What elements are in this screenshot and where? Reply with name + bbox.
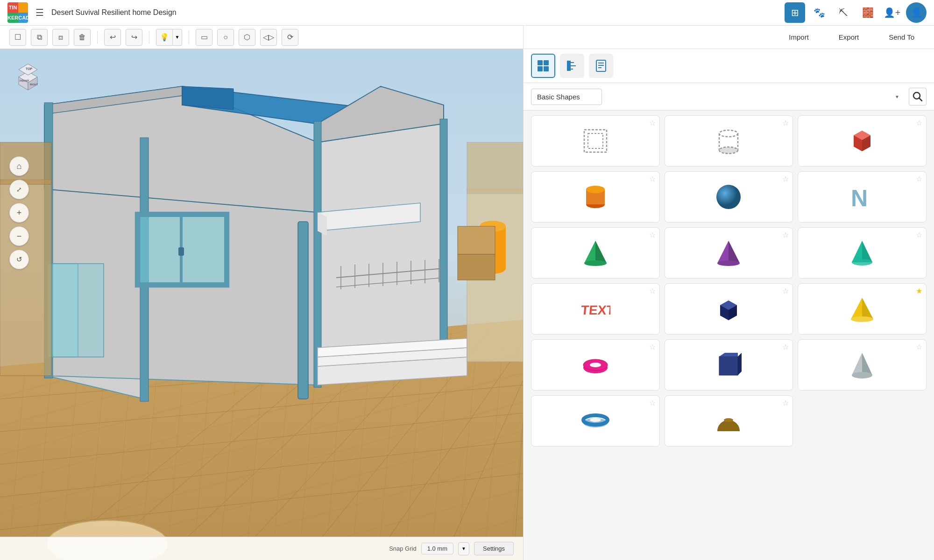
settings-button[interactable]: Settings (474, 542, 514, 555)
notes-tab[interactable] (589, 54, 613, 78)
star-brown-shape[interactable]: ☆ (782, 399, 789, 407)
svg-point-104 (584, 260, 607, 266)
star-n-shape[interactable]: ☆ (916, 175, 922, 183)
project-title: Desert Suvival Resilient home Design (51, 8, 779, 17)
shape-item-n-shape[interactable]: ☆ N (798, 171, 927, 223)
right-panel: ❯ Basic Shapes Featured Letters & Number… (523, 49, 934, 560)
align-button[interactable]: ⬡ (239, 29, 255, 46)
star-purple-pyramid[interactable]: ☆ (782, 231, 789, 239)
svg-rect-72 (538, 60, 543, 65)
rotate-view-button[interactable]: ↺ (9, 250, 29, 269)
star-navy-cube[interactable]: ☆ (782, 287, 789, 295)
svg-text:N: N (851, 185, 868, 211)
shape-item-orange-cylinder[interactable]: ☆ (531, 171, 660, 223)
user-add-button[interactable]: 👤+ (882, 2, 902, 23)
measure-tab[interactable] (560, 54, 584, 78)
avatar-button[interactable]: 👤 (906, 2, 927, 23)
redo-button[interactable]: ↪ (126, 29, 142, 46)
home-view-button[interactable]: ⌂ (9, 156, 29, 176)
svg-point-118 (851, 316, 873, 322)
star-pink-torus[interactable]: ☆ (649, 343, 656, 351)
shape-item-navy-cube[interactable]: ☆ (665, 283, 793, 335)
toolbar-separator-3 (189, 31, 189, 44)
right-tabs (524, 49, 934, 83)
hamburger-icon[interactable]: ☰ (34, 5, 46, 20)
snap-grid-arrow[interactable]: ▼ (458, 542, 469, 555)
shape-item-yellow-pyramid[interactable]: ★ (798, 283, 927, 335)
star-yellow-pyramid[interactable]: ★ (916, 287, 922, 295)
svg-point-92 (719, 147, 738, 154)
mirror-button[interactable]: ◁▷ (260, 29, 277, 46)
svg-rect-32 (178, 247, 184, 256)
shape-item-navy-cube2[interactable]: ☆ (665, 339, 793, 391)
logo-ker: KER (7, 13, 18, 23)
delete-button[interactable]: 🗑 (74, 29, 91, 46)
svg-rect-29 (224, 212, 229, 287)
zoom-in-button[interactable]: + (9, 203, 29, 223)
send-to-button[interactable]: Send To (878, 29, 925, 45)
shape-item-red-cube[interactable]: ☆ (798, 115, 927, 167)
shapes-header: Basic Shapes Featured Letters & Numbers … (524, 83, 934, 111)
svg-rect-88 (588, 133, 603, 148)
shape-item-cylinder-hatch[interactable]: ☆ (665, 115, 793, 167)
star-red-cube[interactable]: ☆ (916, 119, 922, 127)
star-navy-cube2[interactable]: ☆ (782, 343, 789, 351)
svg-rect-64 (298, 222, 308, 399)
star-teal-cone[interactable]: ☆ (916, 231, 922, 239)
logo: TIN KER CAD (7, 2, 28, 23)
shape-item-purple-pyramid[interactable]: ☆ (665, 227, 793, 279)
shape-item-brown-shape[interactable]: ☆ (665, 395, 793, 447)
shapes-search-button[interactable] (909, 88, 927, 105)
shape-item-blue-torus[interactable]: ☆ (531, 395, 660, 447)
svg-text:TOP: TOP (26, 67, 33, 70)
star-blue-torus[interactable]: ☆ (649, 399, 656, 407)
build-button[interactable]: ⛏ (833, 2, 854, 23)
shape-item-teal-cone[interactable]: ☆ (798, 227, 927, 279)
duplicate-button[interactable]: ⧈ (52, 29, 69, 46)
panel-collapse-button[interactable]: ❯ (523, 295, 524, 314)
new-file-button[interactable]: ☐ (9, 29, 26, 46)
shape-item-box-hatch[interactable]: ☆ (531, 115, 660, 167)
svg-text:TEXT: TEXT (580, 303, 610, 317)
shape-item-blue-sphere[interactable]: ☆ (665, 171, 793, 223)
group-button[interactable]: ⟳ (282, 29, 298, 46)
star-box-hatch[interactable]: ☆ (649, 119, 656, 127)
undo-button[interactable]: ↩ (104, 29, 121, 46)
star-blue-sphere[interactable]: ☆ (782, 175, 789, 183)
rect-select-button[interactable]: ▭ (196, 29, 212, 46)
light-button[interactable]: 💡 (156, 29, 173, 46)
svg-rect-76 (567, 61, 570, 71)
svg-rect-49 (458, 226, 495, 254)
toolbar-separator-1 (97, 31, 98, 44)
svg-marker-103 (595, 241, 607, 263)
block-button[interactable]: 🧱 (857, 2, 878, 23)
snap-grid-value[interactable]: 1.0 mm (421, 543, 453, 554)
shape-item-text-red[interactable]: ☆ TEXT (531, 283, 660, 335)
svg-marker-127 (862, 353, 872, 375)
shapes-grid: ☆ ☆ ☆ ☆ ☆ ☆ N ☆ (524, 111, 934, 559)
svg-rect-50 (458, 254, 495, 280)
star-gray-cone[interactable]: ☆ (916, 343, 922, 351)
export-button[interactable]: Export (828, 29, 869, 45)
paw-button[interactable]: 🐾 (809, 2, 829, 23)
star-cylinder-hatch[interactable]: ☆ (782, 119, 789, 127)
star-green-pyramid[interactable]: ☆ (649, 231, 656, 239)
import-button[interactable]: Import (778, 29, 819, 45)
right-top-bar: Import Export Send To (523, 26, 934, 49)
star-text-red[interactable]: ☆ (649, 287, 656, 295)
fit-view-button[interactable]: ⤢ (9, 180, 29, 199)
circle-select-button[interactable]: ○ (217, 29, 234, 46)
grid-view-button[interactable]: ⊞ (785, 2, 805, 23)
shape-item-pink-torus[interactable]: ☆ (531, 339, 660, 391)
star-orange-cylinder[interactable]: ☆ (649, 175, 656, 183)
zoom-out-button[interactable]: − (9, 226, 29, 246)
svg-point-89 (719, 130, 738, 137)
light-dropdown-arrow[interactable]: ▼ (173, 29, 182, 46)
shape-item-green-pyramid[interactable]: ☆ (531, 227, 660, 279)
shapes-category-dropdown[interactable]: Basic Shapes Featured Letters & Numbers … (531, 89, 602, 105)
view-cube-svg[interactable]: TOP FRONT RIGHT (9, 58, 47, 96)
copy-button[interactable]: ⧉ (31, 29, 48, 46)
svg-rect-28 (135, 212, 140, 287)
shapes-tab[interactable] (531, 54, 555, 78)
shape-item-gray-cone[interactable]: ☆ (798, 339, 927, 391)
